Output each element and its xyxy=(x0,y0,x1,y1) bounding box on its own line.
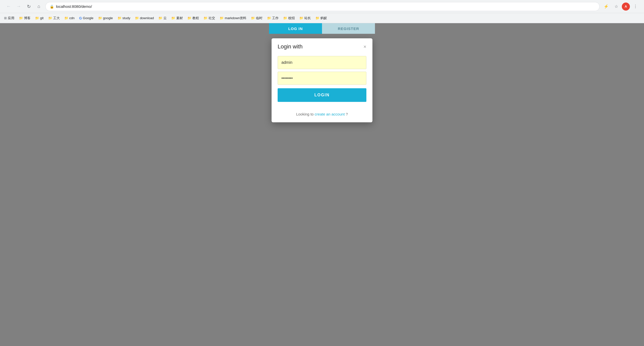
reload-button[interactable]: ↻ xyxy=(24,2,33,11)
bookmark-label: google xyxy=(103,16,113,20)
bookmark-ant[interactable]: 📁 蚂蚁 xyxy=(313,15,329,21)
create-account-link[interactable]: create an account xyxy=(315,112,345,116)
bookmark-label: markdown资料 xyxy=(225,16,246,20)
browser-toolbar: ← → ↻ ⌂ 🔒 localhost:8080/demo/ ⚡ ☆ A ⋮ xyxy=(0,0,644,13)
folder-icon: 📁 xyxy=(187,16,191,20)
bookmark-label: git xyxy=(40,16,44,20)
folder-icon: 📁 xyxy=(135,16,139,20)
lock-icon: 🔒 xyxy=(50,5,54,9)
folder-icon: 📁 xyxy=(283,16,287,20)
folder-icon: 📁 xyxy=(315,16,319,20)
bookmark-label: 站长 xyxy=(304,16,311,20)
bookmark-label: 蚂蚁 xyxy=(320,16,327,20)
folder-icon: 📁 xyxy=(118,16,122,20)
bookmark-temp[interactable]: 📁 临时 xyxy=(249,15,265,21)
login-button[interactable]: LOGIN xyxy=(278,88,366,102)
modal-body: LOGIN xyxy=(272,54,372,108)
bookmark-label: 工作 xyxy=(272,16,279,20)
bookmark-label: download xyxy=(140,16,154,20)
bookmark-git[interactable]: 📁 git xyxy=(33,15,46,21)
profile-button[interactable]: A xyxy=(622,3,630,11)
bookmark-cloud[interactable]: 📁 云 xyxy=(156,15,169,21)
bookmark-social[interactable]: 📁 社交 xyxy=(201,15,217,21)
bookmark-tutorials[interactable]: 📁 教程 xyxy=(185,15,201,21)
bookmark-label: 社交 xyxy=(209,16,215,20)
bookmark-study[interactable]: 📁 study xyxy=(115,15,132,21)
bookmark-label: 应用 xyxy=(8,16,14,20)
bookmarks-bar: ⊞ 应用 📁 博客 📁 git 📁 工大 📁 cdn G Google 📁 go… xyxy=(0,13,644,23)
bookmark-download[interactable]: 📁 download xyxy=(133,15,156,21)
browser-chrome: ← → ↻ ⌂ 🔒 localhost:8080/demo/ ⚡ ☆ A ⋮ ⊞… xyxy=(0,0,644,23)
folder-icon: 📁 xyxy=(203,16,208,20)
home-button[interactable]: ⌂ xyxy=(34,2,43,11)
modal-footer: Looking to create an account ? xyxy=(272,108,372,122)
google-icon: G xyxy=(79,16,82,20)
toolbar-icons: ⚡ ☆ A ⋮ xyxy=(602,2,640,11)
bookmark-recruitment[interactable]: 📁 校招 xyxy=(281,15,297,21)
folder-icon: 📁 xyxy=(48,16,52,20)
footer-text: Looking to xyxy=(296,112,314,116)
modal-title: Login with xyxy=(278,43,303,50)
password-input[interactable] xyxy=(278,72,366,85)
nav-buttons: ← → ↻ ⌂ xyxy=(4,2,43,11)
modal-header: Login with × xyxy=(272,38,372,54)
login-modal: Login with × LOGIN Looking to create an … xyxy=(272,38,372,122)
bookmark-university[interactable]: 📁 工大 xyxy=(46,15,62,21)
modal-close-button[interactable]: × xyxy=(363,44,366,49)
folder-icon: 📁 xyxy=(299,16,303,20)
address-text: localhost:8080/demo/ xyxy=(56,4,595,9)
modal-overlay: Login with × LOGIN Looking to create an … xyxy=(0,23,644,346)
bookmark-apps[interactable]: ⊞ 应用 xyxy=(2,15,16,21)
bookmark-markdown[interactable]: 📁 markdown资料 xyxy=(218,15,248,21)
footer-suffix: ? xyxy=(345,112,348,116)
folder-icon: 📁 xyxy=(158,16,162,20)
bookmark-label: 素材 xyxy=(176,16,183,20)
bookmark-label: 云 xyxy=(163,16,167,20)
bookmark-label: study xyxy=(123,16,130,20)
bookmark-webmaster[interactable]: 📁 站长 xyxy=(297,15,313,21)
address-bar[interactable]: 🔒 localhost:8080/demo/ xyxy=(45,2,600,11)
folder-icon: 📁 xyxy=(35,16,39,20)
folder-icon: 📁 xyxy=(251,16,255,20)
bookmark-label: 工大 xyxy=(53,16,60,20)
folder-icon: 📁 xyxy=(19,16,23,20)
page-content: LOG IN REGISTER Login with × LOGIN Looki… xyxy=(0,23,644,346)
bookmark-label: cdn xyxy=(69,16,75,20)
apps-icon: ⊞ xyxy=(4,16,7,20)
folder-icon: 📁 xyxy=(267,16,271,20)
bookmark-label: 校招 xyxy=(288,16,295,20)
menu-button[interactable]: ⋮ xyxy=(631,2,640,11)
username-input[interactable] xyxy=(278,56,366,69)
bookmark-materials[interactable]: 📁 素材 xyxy=(169,15,185,21)
bookmark-label: Google xyxy=(83,16,94,20)
folder-icon: 📁 xyxy=(171,16,175,20)
folder-icon: 📁 xyxy=(220,16,224,20)
folder-icon: 📁 xyxy=(98,16,102,20)
bookmark-google2[interactable]: 📁 google xyxy=(96,15,115,21)
bookmark-button[interactable]: ☆ xyxy=(612,2,621,11)
bookmark-blog[interactable]: 📁 博客 xyxy=(17,15,33,21)
bookmark-label: 临时 xyxy=(256,16,262,20)
extensions-button[interactable]: ⚡ xyxy=(602,2,611,11)
bookmark-google[interactable]: G Google xyxy=(77,15,96,21)
bookmark-label: 博客 xyxy=(24,16,31,20)
bookmark-label: 教程 xyxy=(192,16,199,20)
forward-button[interactable]: → xyxy=(14,2,23,11)
bookmark-cdn[interactable]: 📁 cdn xyxy=(62,15,77,21)
folder-icon: 📁 xyxy=(64,16,68,20)
bookmark-work[interactable]: 📁 工作 xyxy=(265,15,281,21)
back-button[interactable]: ← xyxy=(4,2,13,11)
